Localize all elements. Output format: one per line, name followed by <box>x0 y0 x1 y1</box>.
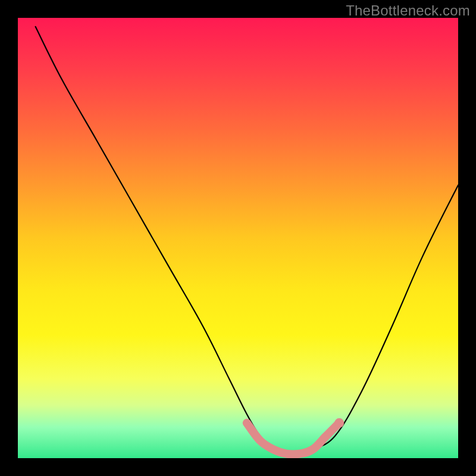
chart-plot-area <box>18 18 458 458</box>
optimal-zone-highlight <box>247 418 344 455</box>
chart-frame: TheBottleneck.com <box>0 0 476 476</box>
curve-path <box>36 27 458 455</box>
highlight-end-dot <box>334 418 344 428</box>
chart-svg <box>18 18 458 458</box>
bottleneck-curve <box>36 27 458 455</box>
highlight-path <box>247 423 339 455</box>
attribution-text: TheBottleneck.com <box>346 2 470 19</box>
